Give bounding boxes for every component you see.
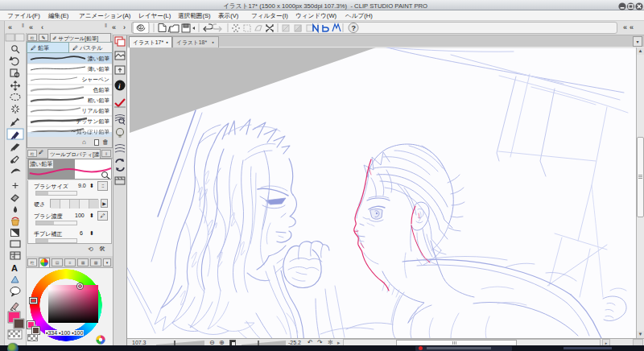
svg-text:A: A bbox=[11, 263, 18, 273]
svg-text:?: ? bbox=[351, 24, 356, 32]
